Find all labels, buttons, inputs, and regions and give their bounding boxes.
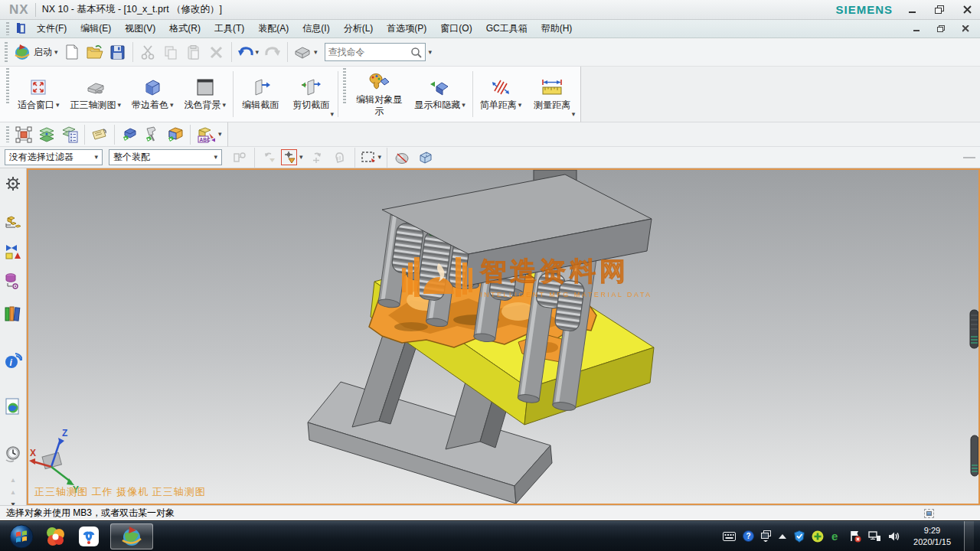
snap-point-prev-button[interactable]: [258, 146, 281, 169]
undo-button[interactable]: ▾: [235, 41, 262, 64]
chevron-down-icon[interactable]: ▾: [462, 102, 466, 109]
shaded-with-edges-button[interactable]: 带边着色▾: [126, 68, 179, 120]
history-clock-icon[interactable]: [4, 445, 22, 464]
chevron-down-icon[interactable]: ▾: [118, 102, 122, 109]
chevron-down-icon[interactable]: ▾: [299, 154, 303, 161]
help-tray-icon[interactable]: ?: [743, 530, 754, 542]
roles-gear-icon[interactable]: [4, 176, 22, 191]
menu-view[interactable]: 视图(V): [118, 20, 162, 37]
mdi-close-button[interactable]: [957, 22, 974, 36]
web-page-icon[interactable]: [4, 398, 22, 416]
chevron-down-icon[interactable]: ▾: [256, 49, 260, 56]
bom-list-button[interactable]: [58, 123, 81, 146]
menu-preferences[interactable]: 首选项(P): [380, 20, 433, 37]
toolbar-grip[interactable]: [6, 126, 9, 143]
paste-button[interactable]: [182, 41, 205, 64]
show-and-hide-button[interactable]: 显示和隐藏▾: [409, 68, 471, 120]
chevron-down-icon[interactable]: ▾: [572, 110, 576, 118]
assembly-tools-button[interactable]: [141, 123, 164, 146]
chevron-down-icon[interactable]: ▾: [314, 49, 318, 56]
reuse-library-icon[interactable]: [4, 305, 22, 323]
toolbar-grip[interactable]: [6, 68, 9, 105]
clip-section-button[interactable]: 剪切截面 ▾: [286, 68, 336, 120]
wireframe-cube-button[interactable]: [413, 146, 436, 169]
chevron-down-icon[interactable]: ▾: [429, 49, 433, 56]
layers-button[interactable]: [35, 123, 58, 146]
3d-model-canvas[interactable]: Z X Y: [28, 170, 978, 504]
menu-edit[interactable]: 编辑(E): [74, 20, 118, 37]
menu-help[interactable]: 帮助(H): [534, 20, 580, 37]
browser-pinwheel-icon[interactable]: [38, 523, 72, 550]
mdi-minimize-button[interactable]: [908, 22, 925, 36]
chevron-down-icon[interactable]: ▾: [170, 102, 174, 109]
redo-button[interactable]: [261, 41, 284, 64]
highlight-shaded-button[interactable]: [390, 146, 413, 169]
toolbar-grip[interactable]: [6, 22, 9, 34]
window-dock-icon[interactable]: [924, 509, 934, 518]
chevron-down-icon[interactable]: ▾: [518, 102, 522, 109]
input-keyboard-icon[interactable]: [723, 532, 736, 541]
volume-tray-icon[interactable]: [888, 531, 900, 542]
simple-distance-button[interactable]: 简单距离▾: [475, 68, 528, 120]
copy-button[interactable]: [159, 41, 182, 64]
snap-point-enabled[interactable]: [281, 149, 297, 165]
graphics-viewport[interactable]: Z X Y 智造资料网 INTELLIGENT MFG MATERIAL DAT…: [27, 168, 980, 505]
nx-taskbar-button-active[interactable]: [110, 523, 153, 549]
marquee-select-button[interactable]: ▾: [358, 146, 384, 169]
save-button[interactable]: [106, 41, 129, 64]
cut-button[interactable]: [136, 41, 159, 64]
chevron-down-icon[interactable]: ▾: [378, 154, 382, 161]
chevron-down-icon[interactable]: ▾: [218, 131, 222, 138]
menu-file[interactable]: 文件(F): [30, 20, 74, 37]
isometric-view-button[interactable]: 正三轴测图▾: [65, 68, 127, 120]
selection-filter-dropdown[interactable]: 没有选择过滤器 ▾: [5, 149, 103, 165]
toolbar-grip[interactable]: [343, 68, 346, 105]
safety-plus-icon[interactable]: [812, 530, 824, 543]
light-background-button[interactable]: 浅色背景▾: [179, 68, 232, 120]
assembly-navigator-icon[interactable]: [4, 214, 22, 231]
start-orb-button[interactable]: [5, 523, 38, 550]
annotation-note-button[interactable]: [88, 123, 111, 146]
model-clipped-parts-right[interactable]: [970, 310, 978, 476]
chevron-down-icon[interactable]: ▾: [331, 110, 335, 118]
netdisk-app-icon[interactable]: [72, 523, 106, 550]
part-navigator-icon[interactable]: [4, 272, 22, 289]
constraint-navigator-icon[interactable]: [4, 243, 22, 260]
scroll-up-page-icon[interactable]: ▴: [11, 488, 15, 496]
wave-geometry-button[interactable]: [164, 123, 187, 146]
taskbar-clock[interactable]: 9:29 2020/1/15: [907, 525, 957, 548]
ie-browser-tray-icon[interactable]: e: [831, 530, 842, 543]
open-file-button[interactable]: [83, 41, 106, 64]
action-center-flag-icon[interactable]: [849, 530, 861, 543]
measure-distance-button[interactable]: 测量距离 ▾: [527, 68, 577, 120]
menu-information[interactable]: 信息(I): [296, 20, 336, 37]
window-stack-tray-icon[interactable]: [761, 530, 771, 542]
toolbar-grip[interactable]: [5, 42, 8, 61]
close-button[interactable]: [959, 3, 975, 17]
menu-gc-toolbox[interactable]: GC工具箱: [479, 20, 534, 37]
edit-section-button[interactable]: 编辑截面: [235, 68, 286, 120]
selection-scope-dropdown[interactable]: 整个装配 ▾: [109, 149, 222, 165]
snap-point-next-button[interactable]: [305, 146, 328, 169]
delete-button[interactable]: [205, 41, 228, 64]
menu-format[interactable]: 格式(R): [162, 20, 207, 37]
start-menu-button[interactable]: 启动 ▾: [11, 41, 60, 64]
menu-assembly[interactable]: 装配(A): [251, 20, 296, 37]
fit-window-button[interactable]: 适合窗口▾: [12, 68, 65, 120]
snap-hand-button[interactable]: [328, 146, 351, 169]
minimize-button[interactable]: [903, 3, 920, 17]
interpart-select-button[interactable]: [228, 146, 251, 169]
touch-mode-button[interactable]: ▾: [291, 41, 320, 64]
show-hidden-icons-button[interactable]: [778, 533, 787, 540]
chevron-down-icon[interactable]: ▾: [223, 102, 227, 109]
new-file-button[interactable]: [60, 41, 83, 64]
scroll-up-icon[interactable]: ▴: [11, 476, 15, 484]
security-shield-icon[interactable]: [794, 530, 805, 543]
show-desktop-button[interactable]: [964, 521, 974, 551]
restore-button[interactable]: [931, 3, 948, 17]
edit-object-display-button[interactable]: 编辑对象显示: [349, 68, 409, 120]
mdi-restore-button[interactable]: [933, 22, 949, 36]
move-component-button[interactable]: [118, 123, 141, 146]
menu-tools[interactable]: 工具(T): [207, 20, 251, 37]
assembly-constraints-button[interactable]: [12, 123, 35, 146]
